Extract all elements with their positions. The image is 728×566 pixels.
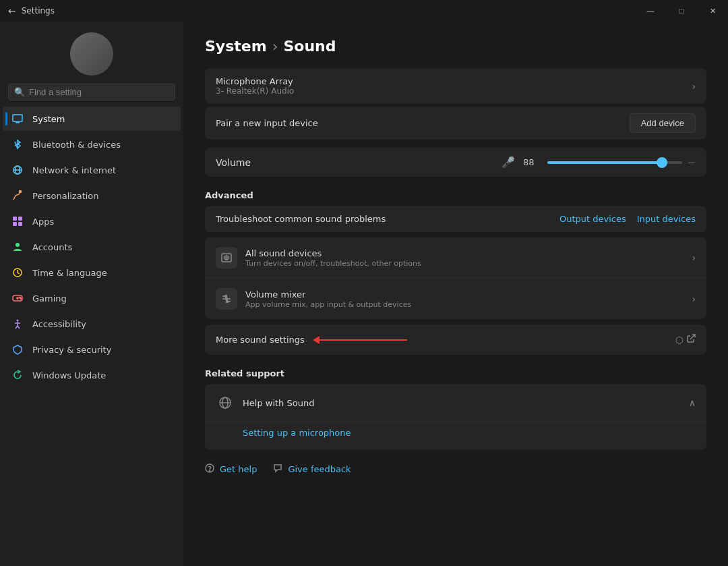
svg-rect-6 <box>13 217 17 221</box>
back-icon[interactable]: ← <box>8 5 16 16</box>
search-input[interactable] <box>29 87 169 97</box>
troubleshoot-row: Troubleshoot common sound problems Outpu… <box>205 206 706 232</box>
svg-point-28 <box>226 298 228 300</box>
sidebar-item-update-label: Windows Update <box>32 370 106 380</box>
svg-point-29 <box>225 295 227 298</box>
svg-point-23 <box>224 256 229 260</box>
microphone-row[interactable]: Microphone Array 3- Realtek(R) Audio › <box>205 68 706 104</box>
sidebar-item-accessibility[interactable]: Accessibility <box>3 312 181 336</box>
volume-card: Volume 🎤 88 — <box>205 148 706 177</box>
give-feedback-icon <box>273 463 282 475</box>
apps-icon <box>11 215 24 228</box>
sidebar-item-network-label: Network & internet <box>32 165 116 175</box>
sidebar-item-network[interactable]: Network & internet <box>3 158 181 182</box>
sidebar-item-apps[interactable]: Apps <box>3 209 181 233</box>
sidebar-item-accessibility-label: Accessibility <box>32 319 86 329</box>
update-icon <box>11 368 24 382</box>
bottom-links: Get help Give feedback <box>205 455 706 478</box>
svg-point-17 <box>17 320 19 322</box>
all-sound-subtitle: Turn devices on/off, troubleshoot, other… <box>245 259 692 268</box>
search-icon: 🔍 <box>14 87 25 97</box>
all-sound-devices-row[interactable]: All sound devices Turn devices on/off, t… <box>205 237 706 278</box>
sidebar-item-time[interactable]: Time & language <box>3 260 181 285</box>
sidebar-item-accounts[interactable]: Accounts <box>3 235 181 259</box>
more-sound-row[interactable]: More sound settings ⬡ <box>205 324 706 355</box>
volume-mixer-row[interactable]: Volume mixer App volume mix, app input &… <box>205 278 706 319</box>
svg-rect-7 <box>18 217 22 221</box>
input-devices-link[interactable]: Input devices <box>637 214 696 224</box>
sidebar-item-system[interactable]: System <box>3 107 181 131</box>
help-with-sound-chevron-icon: ∧ <box>689 397 696 408</box>
svg-point-30 <box>226 301 229 303</box>
arrow-head-icon <box>313 336 320 344</box>
volume-mixer-subtitle: App volume mix, app input & output devic… <box>245 300 692 309</box>
troubleshoot-label: Troubleshoot common sound problems <box>216 214 559 224</box>
output-devices-link[interactable]: Output devices <box>559 214 626 224</box>
volume-fill <box>547 161 662 164</box>
slider-end-icon: — <box>688 158 696 167</box>
svg-point-10 <box>16 243 20 247</box>
sidebar: 🔍 System Bluetooth & devices Network & i… <box>0 22 183 566</box>
breadcrumb-parent: System <box>205 38 267 55</box>
microphone-name: Microphone Array <box>216 76 692 86</box>
network-icon <box>11 163 24 177</box>
get-help-icon <box>205 463 214 475</box>
sidebar-search-container[interactable]: 🔍 <box>8 84 175 101</box>
svg-point-5 <box>20 191 22 193</box>
personalization-icon <box>11 189 24 202</box>
app-layout: 🔍 System Bluetooth & devices Network & i… <box>0 22 728 566</box>
svg-rect-0 <box>13 115 22 121</box>
microphone-volume-icon: 🎤 <box>502 156 515 169</box>
accessibility-icon <box>11 317 24 331</box>
sidebar-item-apps-label: Apps <box>32 217 54 227</box>
svg-line-21 <box>18 326 20 329</box>
breadcrumb-separator: › <box>272 38 278 55</box>
sidebar-item-personalization-label: Personalization <box>32 191 99 201</box>
svg-rect-22 <box>222 254 231 262</box>
help-with-sound-row[interactable]: Help with Sound ∧ <box>205 384 706 422</box>
close-button[interactable]: ✕ <box>697 0 728 22</box>
get-help-label: Get help <box>220 464 257 474</box>
sidebar-item-time-label: Time & language <box>32 268 107 278</box>
more-sound-label: More sound settings <box>216 335 675 345</box>
sidebar-item-personalization[interactable]: Personalization <box>3 183 181 208</box>
volume-slider-container[interactable]: — <box>547 158 696 167</box>
microphone-info: Microphone Array 3- Realtek(R) Audio <box>216 76 692 96</box>
time-icon <box>11 266 24 279</box>
pair-label: Pair a new input device <box>216 118 630 128</box>
titlebar: ← Settings — □ ✕ <box>0 0 728 22</box>
bluetooth-icon <box>11 138 24 151</box>
volume-mixer-icon <box>216 288 237 310</box>
microphone-subtitle: 3- Realtek(R) Audio <box>216 86 692 96</box>
svg-rect-1 <box>16 122 20 123</box>
gaming-icon <box>11 291 24 305</box>
sidebar-item-gaming[interactable]: Gaming <box>3 286 181 310</box>
minimize-button[interactable]: — <box>635 0 666 22</box>
add-device-button[interactable]: Add device <box>630 113 696 133</box>
all-sound-icon <box>216 247 237 268</box>
titlebar-title: Settings <box>22 6 55 16</box>
sidebar-item-bluetooth[interactable]: Bluetooth & devices <box>3 132 181 157</box>
all-sound-text: All sound devices Turn devices on/off, t… <box>245 248 692 268</box>
sidebar-item-privacy-label: Privacy & security <box>32 345 111 355</box>
breadcrumb-current: Sound <box>283 38 336 55</box>
svg-rect-8 <box>13 222 17 226</box>
sidebar-item-privacy[interactable]: Privacy & security <box>3 337 181 362</box>
give-feedback-link[interactable]: Give feedback <box>273 463 351 475</box>
sidebar-item-system-label: System <box>32 114 65 124</box>
titlebar-left: ← Settings <box>8 5 55 16</box>
maximize-button[interactable]: □ <box>666 0 697 22</box>
sidebar-item-accounts-label: Accounts <box>32 242 72 252</box>
arrow-line <box>320 339 407 341</box>
svg-point-16 <box>20 298 22 300</box>
help-with-sound-card: Help with Sound ∧ Setting up a microphon… <box>205 384 706 450</box>
external-link-icon: ⬡ <box>675 335 684 345</box>
sidebar-item-bluetooth-label: Bluetooth & devices <box>32 140 121 150</box>
volume-mixer-text: Volume mixer App volume mix, app input &… <box>245 289 692 309</box>
more-sound-container: More sound settings ⬡ <box>205 324 706 355</box>
setting-up-microphone-link[interactable]: Setting up a microphone <box>243 425 696 441</box>
accounts-icon <box>11 240 24 254</box>
get-help-link[interactable]: Get help <box>205 463 257 475</box>
volume-slider[interactable] <box>547 161 682 164</box>
sidebar-item-update[interactable]: Windows Update <box>3 363 181 387</box>
